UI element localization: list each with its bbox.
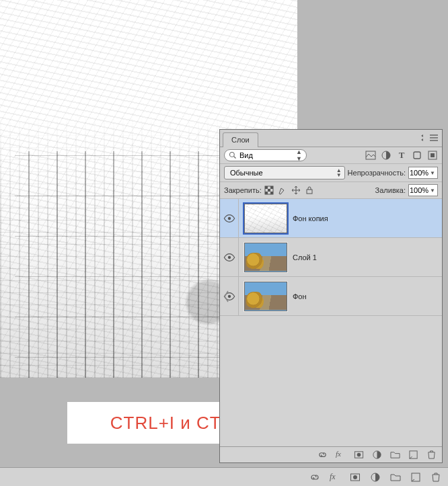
- svg-point-18: [357, 453, 361, 457]
- text-filter-icon[interactable]: T: [396, 150, 407, 161]
- fill-label: Заливка:: [375, 186, 406, 194]
- layer-row[interactable]: Слой 1: [220, 238, 442, 277]
- page-icon[interactable]: [410, 472, 421, 483]
- link-icon[interactable]: [309, 472, 320, 483]
- adjustments-filter-icon[interactable]: [381, 150, 391, 161]
- layer-filter-row: ▲▼ T: [220, 147, 442, 164]
- fill-input[interactable]: 100% ▼: [408, 184, 438, 196]
- layer-thumbnail[interactable]: [244, 243, 287, 272]
- chevron-updown-icon: ▲▼: [296, 149, 302, 162]
- shape-filter-icon[interactable]: [412, 150, 422, 161]
- resize-grip-icon[interactable]: [223, 290, 229, 303]
- svg-point-22: [353, 475, 357, 479]
- svg-rect-13: [307, 190, 312, 194]
- svg-rect-12: [270, 192, 273, 194]
- adjustment-layer-icon[interactable]: [372, 450, 382, 460]
- svg-line-1: [234, 157, 236, 159]
- lock-label: Закрепить:: [224, 186, 262, 194]
- layer-thumbnail[interactable]: [244, 204, 287, 233]
- chevron-down-icon: ▼: [430, 188, 435, 194]
- smartobj-filter-icon[interactable]: [427, 150, 438, 161]
- lock-icon-group: [264, 186, 314, 195]
- lock-transparent-icon[interactable]: [264, 186, 274, 195]
- folder-icon[interactable]: [390, 472, 401, 483]
- svg-point-0: [230, 153, 235, 157]
- svg-point-14: [227, 216, 230, 219]
- layer-name: Слой 1: [293, 253, 317, 261]
- layers-panel: Слои ▲▼ T Обычные ▲▼: [219, 129, 443, 463]
- panel-menu-icon[interactable]: [428, 132, 439, 143]
- panel-tab-bar: Слои: [220, 130, 442, 147]
- tab-label: Слои: [231, 136, 250, 144]
- layer-name: Фон: [293, 292, 307, 300]
- lock-position-icon[interactable]: [291, 186, 301, 195]
- layer-row[interactable]: Фон копия: [220, 199, 442, 238]
- svg-point-15: [227, 255, 230, 258]
- layer-thumbnail[interactable]: [244, 282, 287, 311]
- svg-rect-10: [268, 189, 270, 192]
- filter-icon-group: T: [365, 150, 438, 161]
- layer-kind-filter[interactable]: ▲▼: [224, 149, 307, 161]
- layers-list[interactable]: Фон копияСлой 1Фон: [220, 199, 442, 446]
- new-group-icon[interactable]: [390, 450, 400, 460]
- blend-mode-select[interactable]: Обычные ▲▼: [224, 166, 345, 179]
- delete-layer-icon[interactable]: [426, 450, 437, 460]
- blend-opacity-row: Обычные ▲▼ Непрозрачность: 100% ▼: [220, 164, 442, 182]
- visibility-toggle[interactable]: [220, 199, 239, 237]
- lock-all-icon[interactable]: [305, 186, 314, 195]
- svg-rect-4: [414, 152, 420, 159]
- tab-layers[interactable]: Слои: [223, 132, 258, 147]
- layer-name: Фон копия: [293, 214, 328, 222]
- opacity-label: Непрозрачность:: [348, 169, 406, 177]
- layer-row[interactable]: Фон: [220, 277, 442, 316]
- chevron-down-icon: ▼: [430, 170, 435, 176]
- app-status-bar: fx: [0, 467, 448, 486]
- layer-mask-icon[interactable]: [354, 450, 364, 460]
- svg-rect-9: [270, 186, 273, 189]
- fill-value: 100%: [410, 186, 428, 194]
- eye-icon: [223, 214, 235, 223]
- collapse-panel-icon[interactable]: [415, 132, 426, 143]
- trash-icon[interactable]: [431, 472, 441, 483]
- opacity-input[interactable]: 100% ▼: [408, 167, 438, 179]
- panel-bottom-bar: fx: [220, 446, 442, 462]
- adjust-icon[interactable]: [370, 472, 381, 483]
- link-layers-icon[interactable]: [318, 450, 328, 460]
- new-layer-icon[interactable]: [408, 450, 418, 460]
- svg-rect-6: [431, 153, 435, 157]
- lock-fill-row: Закрепить: Заливка: 100% ▼: [220, 182, 442, 199]
- image-filter-icon[interactable]: [365, 150, 376, 161]
- opacity-value: 100%: [410, 169, 428, 177]
- svg-rect-11: [265, 192, 268, 194]
- chevron-updown-icon: ▲▼: [336, 168, 342, 177]
- filter-kind-field[interactable]: [239, 151, 293, 159]
- layer-style-icon[interactable]: fx: [336, 450, 346, 460]
- lock-pixels-icon[interactable]: [278, 186, 287, 195]
- fx-icon[interactable]: fx: [330, 472, 340, 483]
- search-icon: [229, 151, 237, 159]
- svg-rect-8: [265, 186, 268, 189]
- visibility-toggle[interactable]: [220, 238, 239, 276]
- eye-icon: [223, 253, 235, 262]
- mask-icon[interactable]: [350, 472, 361, 483]
- blend-mode-value: Обычные: [230, 169, 263, 177]
